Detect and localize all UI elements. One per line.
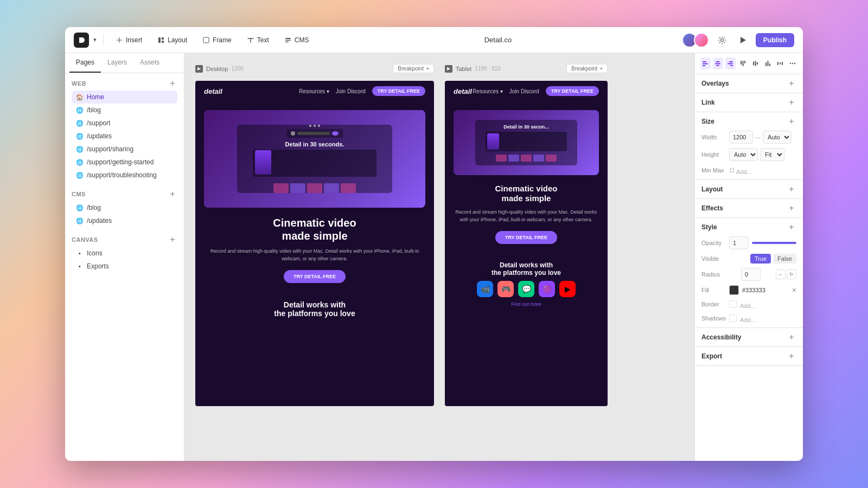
effects-add-btn[interactable]: +	[787, 203, 796, 213]
cms-section: CMS + 🌐 /blog 🌐 /updates	[65, 184, 184, 229]
visible-false-btn[interactable]: False	[773, 254, 796, 264]
fill-remove-btn[interactable]: ×	[792, 286, 796, 294]
web-add-button[interactable]: +	[168, 79, 177, 88]
more-options-icon[interactable]	[787, 57, 797, 69]
thumb-5	[341, 183, 356, 193]
tablet-preview[interactable]: detail Resources ▾ Join Discord TRY DETA…	[445, 81, 608, 406]
sidebar-item-exports[interactable]: ▪ Exports	[72, 260, 177, 273]
export-header[interactable]: Export +	[701, 351, 796, 361]
radius-all-icon[interactable]: ↻	[787, 269, 796, 279]
desktop-preview[interactable]: detail Resources ▾ Join Discord TRY DETA…	[195, 81, 434, 406]
accessibility-header[interactable]: Accessibility +	[701, 332, 796, 342]
layout-add-btn[interactable]: +	[787, 184, 796, 194]
globe-icon-1: 🌐	[76, 106, 84, 114]
tab-layers[interactable]: Layers	[101, 53, 133, 73]
nav-cta[interactable]: TRY DETAIL FREE	[372, 86, 425, 96]
sidebar-item-getting-started[interactable]: 🌐 /support/getting-started	[72, 156, 177, 169]
tablet-cta-btn[interactable]: TRY DETAIL FREE	[495, 231, 557, 244]
link-add-btn[interactable]: +	[787, 98, 796, 107]
width-input[interactable]	[729, 131, 753, 144]
fill-color-swatch[interactable]	[729, 285, 739, 295]
desktop-cta-btn[interactable]: TRY DETAIL FREE	[284, 270, 346, 283]
accessibility-add-btn[interactable]: +	[787, 332, 796, 342]
canvas-add-button[interactable]: +	[168, 235, 177, 245]
canvas-area[interactable]: ▶ Desktop 1200 Breakpoint + detail Resou…	[184, 53, 694, 461]
export-section: Export +	[695, 347, 803, 366]
border-row: Border Add...	[701, 299, 796, 309]
tab-pages[interactable]: Pages	[69, 53, 101, 73]
style-header[interactable]: Style +	[701, 222, 796, 232]
layout-section: Layout +	[695, 180, 803, 199]
height-fit-select[interactable]: Fit Fill	[760, 148, 784, 161]
frame-button[interactable]: Frame	[197, 34, 237, 47]
minmax-add[interactable]: Add...	[729, 165, 752, 175]
layout-header[interactable]: Layout +	[701, 184, 796, 194]
align-middle-icon[interactable]	[750, 57, 761, 69]
publish-button[interactable]: Publish	[756, 33, 794, 47]
sidebar-item-blog[interactable]: 🌐 /blog	[72, 104, 177, 117]
align-left-icon[interactable]	[700, 57, 711, 69]
svg-point-9	[720, 38, 723, 41]
insert-button[interactable]: Insert	[110, 34, 148, 47]
tablet-nav-cta[interactable]: TRY DETAIL FREE	[546, 86, 599, 96]
sidebar-item-home[interactable]: 🏠 Home	[72, 91, 177, 104]
align-bottom-icon[interactable]	[762, 57, 773, 69]
cms-add-button[interactable]: +	[168, 189, 177, 199]
layout-title: Layout	[701, 185, 723, 193]
tablet-frame-header: ▶ Tablet 1199 · 810 Breakpoint +	[445, 64, 608, 73]
sidebar-item-troubleshooting[interactable]: 🌐 /support/troubleshooting	[72, 169, 177, 182]
export-add-btn[interactable]: +	[787, 351, 796, 361]
tablet-subtext: Record and stream high-quality video wit…	[454, 209, 599, 223]
play-button[interactable]	[735, 33, 750, 48]
cms-label: CMS	[295, 36, 309, 44]
width-dash: —	[755, 134, 761, 140]
cms-button[interactable]: CMS	[279, 34, 315, 47]
visible-true-btn[interactable]: True	[750, 254, 771, 264]
desktop-breakpoint-btn[interactable]: Breakpoint +	[393, 64, 434, 73]
platform-icons-row: 📹 🎮 💬 🟣 ▶	[454, 281, 599, 297]
video-title: Detail in 30 seconds.	[285, 141, 344, 147]
sidebar-item-support[interactable]: 🌐 /support	[72, 117, 177, 130]
sidebar-item-updates[interactable]: 🌐 /updates	[72, 130, 177, 143]
effects-header[interactable]: Effects +	[701, 203, 796, 213]
radius-corner-icon[interactable]: ⌐	[776, 269, 786, 279]
align-center-icon[interactable]	[713, 57, 723, 69]
text-button[interactable]: Text	[241, 34, 275, 47]
sidebar-item-icons[interactable]: ▪ Icons	[72, 247, 177, 260]
radius-input[interactable]	[741, 268, 761, 281]
sidebar-item-icons-label: Icons	[87, 249, 103, 257]
cms-section-header: CMS +	[72, 189, 177, 199]
overlays-header[interactable]: Overlays +	[701, 79, 796, 88]
distribute-h-icon[interactable]	[775, 57, 785, 69]
opacity-input[interactable]	[729, 236, 749, 249]
svg-rect-17	[729, 61, 733, 62]
link-header[interactable]: Link +	[701, 98, 796, 107]
divider1	[103, 35, 104, 46]
opacity-slider[interactable]	[752, 242, 796, 244]
sidebar-item-sharing[interactable]: 🌐 /support/sharing	[72, 143, 177, 156]
frame-label: Frame	[213, 36, 232, 44]
globe-icon-4: 🌐	[76, 145, 84, 153]
align-right-icon[interactable]	[725, 57, 736, 69]
style-add-btn[interactable]: +	[787, 222, 796, 232]
logo-dropdown[interactable]: ▾	[93, 36, 97, 43]
overlays-add-btn[interactable]: +	[787, 79, 796, 88]
page-title: Detail.co	[318, 36, 677, 44]
shadows-add-label[interactable]: Add...	[740, 317, 756, 323]
height-auto-select[interactable]: Auto px	[729, 148, 758, 161]
settings-button[interactable]	[714, 33, 730, 48]
find-out-more[interactable]: Find out more	[454, 301, 599, 307]
tablet-breakpoint-btn[interactable]: Breakpoint +	[566, 64, 608, 73]
size-add-btn[interactable]: +	[787, 117, 796, 126]
align-top-icon[interactable]	[738, 57, 748, 69]
border-add-label[interactable]: Add...	[740, 303, 756, 309]
app-logo[interactable]	[74, 33, 89, 48]
tablet-headline: Cinematic video made simple	[454, 184, 599, 203]
sidebar-item-cms-updates[interactable]: 🌐 /updates	[72, 214, 177, 227]
tab-assets[interactable]: Assets	[133, 53, 166, 73]
width-input-group: — Auto px %	[729, 131, 796, 144]
size-header[interactable]: Size +	[701, 117, 796, 126]
width-unit-select[interactable]: Auto px %	[763, 131, 792, 144]
sidebar-item-cms-blog[interactable]: 🌐 /blog	[72, 201, 177, 214]
layout-button[interactable]: Layout	[152, 34, 193, 47]
